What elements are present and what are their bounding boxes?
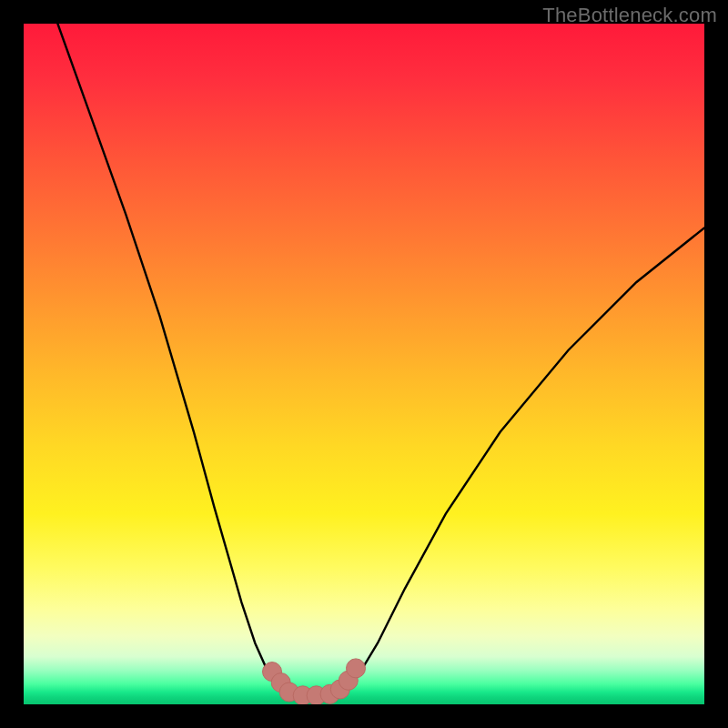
chart-svg [24,24,704,704]
bottleneck-curve-right [344,228,704,692]
outer-frame: TheBottleneck.com [0,0,728,728]
marker-dots [263,659,366,704]
watermark-text: TheBottleneck.com [542,4,717,27]
bottleneck-curve-left [57,24,288,694]
plot-area [24,24,704,704]
marker-dot [347,659,366,678]
